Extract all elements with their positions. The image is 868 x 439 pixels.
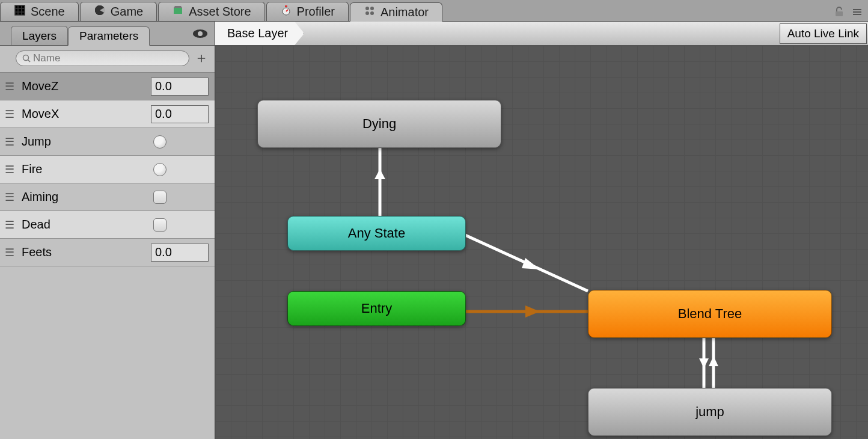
svg-line-15 [28, 60, 30, 62]
drag-handle-icon[interactable]: ☰ [5, 246, 16, 259]
param-row-jump[interactable]: ☰ Jump [0, 128, 215, 156]
subtab-layers-label: Layers [22, 29, 57, 43]
panel-menu-icon[interactable] [851, 6, 863, 21]
tab-asset-store-label: Asset Store [189, 5, 251, 19]
param-value-text: 0.0 [155, 79, 172, 93]
breadcrumb[interactable]: Base Layer [215, 22, 304, 45]
svg-marker-21 [525, 305, 540, 318]
param-row-movex[interactable]: ☰ MoveX 0.0 [0, 100, 215, 128]
param-name: Feets [16, 245, 151, 259]
drag-handle-icon[interactable]: ☰ [5, 218, 16, 232]
svg-rect-9 [853, 9, 861, 10]
tab-scene[interactable]: Scene [0, 2, 79, 21]
svg-point-7 [370, 11, 374, 15]
node-label: Any State [348, 226, 405, 241]
tab-profiler-label: Profiler [297, 5, 335, 19]
param-bool-checkbox[interactable] [153, 191, 167, 204]
node-label: Dying [362, 116, 396, 132]
svg-point-5 [370, 7, 374, 10]
param-row-movez[interactable]: ☰ MoveZ 0.0 [0, 73, 215, 100]
svg-rect-2 [285, 5, 287, 7]
tab-profiler[interactable]: Profiler [266, 2, 349, 21]
param-row-feets[interactable]: ☰ Feets 0.0 [0, 239, 215, 266]
param-name: Dead [16, 218, 153, 232]
svg-point-6 [365, 11, 369, 15]
subtab-layers[interactable]: Layers [11, 26, 68, 45]
param-search-row: ＋ [0, 46, 215, 73]
lock-icon[interactable] [833, 6, 845, 21]
state-node-dying[interactable]: Dying [257, 100, 501, 148]
svg-point-4 [365, 7, 369, 10]
graph-canvas[interactable]: Dying Any State Entry Blend Tree jump [215, 46, 868, 439]
parameter-list: ☰ MoveZ 0.0 ☰ MoveX 0.0 ☰ Jump ☰ Fire [0, 73, 215, 266]
stopwatch-icon [280, 4, 292, 19]
package-icon [172, 4, 184, 19]
svg-marker-19 [522, 258, 540, 269]
add-parameter-button[interactable]: ＋ [194, 48, 209, 69]
drag-handle-icon[interactable]: ☰ [5, 191, 16, 204]
svg-rect-10 [853, 11, 861, 13]
drag-handle-icon[interactable]: ☰ [5, 80, 16, 93]
breadcrumb-label: Base Layer [227, 26, 288, 40]
auto-live-link-button[interactable]: Auto Live Link [780, 23, 867, 44]
scene-grid-icon [14, 4, 26, 19]
tab-scene-label: Scene [31, 5, 65, 19]
state-node-blend-tree[interactable]: Blend Tree [588, 290, 832, 338]
param-trigger-radio[interactable] [153, 163, 167, 176]
node-label: jump [695, 404, 724, 420]
node-label: Blend Tree [678, 306, 742, 322]
search-icon [22, 54, 31, 63]
param-value-text: 0.0 [155, 107, 172, 121]
tab-asset-store[interactable]: Asset Store [158, 2, 264, 21]
animator-icon [364, 5, 376, 20]
param-name: Jump [16, 135, 153, 149]
param-row-aiming[interactable]: ☰ Aiming [0, 183, 215, 211]
state-node-entry[interactable]: Entry [287, 291, 466, 326]
eye-icon[interactable] [192, 28, 209, 43]
tab-animator[interactable]: Animator [350, 2, 442, 22]
main-tab-bar: Scene Game Asset Store Profiler Animator [0, 0, 868, 22]
tab-game-label: Game [111, 5, 143, 19]
subtab-parameters-label: Parameters [79, 29, 138, 43]
graph-breadcrumb-bar: Base Layer Auto Live Link [215, 22, 868, 46]
animator-graph: Base Layer Auto Live Link [215, 22, 868, 439]
param-bool-checkbox[interactable] [153, 218, 167, 232]
panel-subtabs: Layers Parameters [0, 22, 215, 46]
param-row-dead[interactable]: ☰ Dead [0, 211, 215, 239]
param-value-input[interactable]: 0.0 [151, 78, 209, 96]
svg-line-18 [465, 235, 588, 291]
state-node-any-state[interactable]: Any State [287, 216, 466, 251]
drag-handle-icon[interactable]: ☰ [5, 108, 16, 121]
param-name: Aiming [16, 190, 153, 204]
subtab-parameters[interactable]: Parameters [68, 26, 150, 46]
drag-handle-icon[interactable]: ☰ [5, 163, 16, 176]
node-label: Entry [361, 301, 392, 316]
svg-marker-17 [374, 169, 385, 179]
param-row-fire[interactable]: ☰ Fire [0, 156, 215, 183]
param-name: MoveZ [16, 79, 151, 93]
pacman-icon [94, 4, 106, 19]
svg-rect-8 [836, 11, 843, 16]
param-value-input[interactable]: 0.0 [151, 244, 209, 262]
svg-rect-11 [853, 14, 861, 15]
svg-point-13 [198, 31, 203, 36]
param-search-input[interactable] [16, 51, 189, 66]
drag-handle-icon[interactable]: ☰ [5, 135, 16, 149]
svg-marker-25 [709, 356, 718, 366]
param-name: Fire [16, 162, 153, 176]
svg-marker-23 [699, 358, 709, 368]
param-name: MoveX [16, 107, 151, 121]
tab-animator-label: Animator [381, 5, 429, 19]
param-value-text: 0.0 [155, 245, 172, 259]
param-trigger-radio[interactable] [153, 135, 167, 149]
param-value-input[interactable]: 0.0 [151, 105, 209, 123]
tab-game[interactable]: Game [80, 2, 157, 21]
auto-live-link-label: Auto Live Link [787, 27, 859, 40]
parameters-panel: Layers Parameters ＋ ☰ MoveZ 0.0 ☰ MoveX [0, 22, 215, 439]
state-node-jump[interactable]: jump [588, 388, 832, 436]
